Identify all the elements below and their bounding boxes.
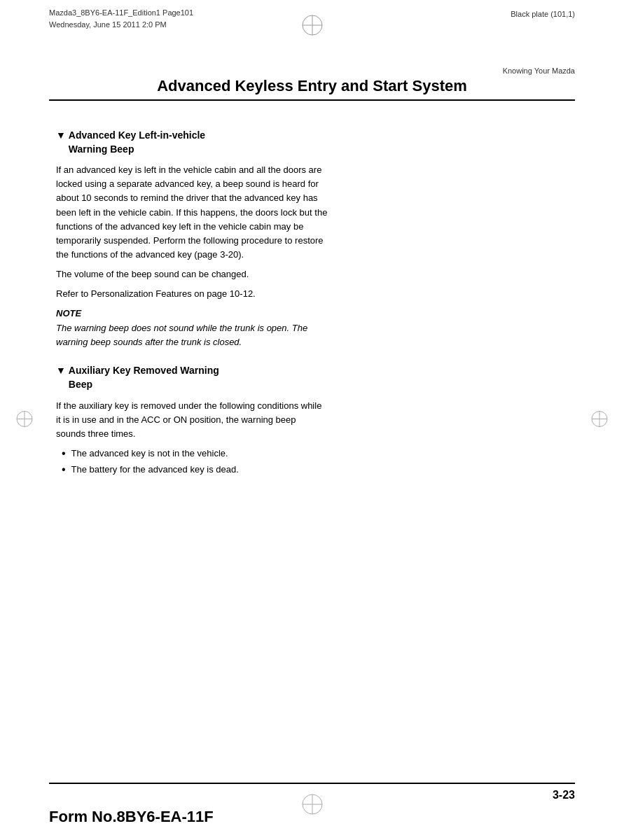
bullet-item-1: • The advanced key is not in the vehicle…	[62, 447, 328, 461]
top-left-text: Mazda3_8BY6-EA-11F_Edition1 Page101 Wedn…	[49, 7, 193, 30]
right-column	[342, 119, 575, 479]
form-number: Form No.8BY6-EA-11F	[49, 808, 214, 826]
section-title-container: Advanced Keyless Entry and Start System	[49, 77, 575, 101]
section2-heading-line2: Beep	[69, 378, 219, 392]
right-margin-registration-mark	[589, 409, 610, 432]
section-meta: Knowing Your Mazda	[503, 66, 575, 75]
footer-line	[49, 783, 575, 784]
section1-heading-line1: Advanced Key Left-in-vehicle	[69, 129, 205, 143]
note-label: NOTE	[56, 308, 328, 318]
top-right-text: Black plate (101,1)	[511, 7, 575, 18]
section1-heading-line2: Warning Beep	[69, 143, 205, 157]
section1-body-paragraph2: The volume of the beep sound can be chan…	[56, 267, 328, 281]
section2-bullet-list: • The advanced key is not in the vehicle…	[62, 447, 328, 477]
section-title: Advanced Keyless Entry and Start System	[49, 77, 575, 95]
title-underline	[49, 99, 575, 101]
top-center-registration-mark	[300, 13, 325, 40]
section2-heading-text: Auxiliary Key Removed Warning Beep	[69, 364, 219, 391]
bottom-center-registration-mark	[300, 792, 325, 819]
section2-body-paragraph1: If the auxiliary key is removed under th…	[56, 399, 328, 441]
bottom-footer: 3-23 Form No.8BY6-EA-11F	[0, 770, 624, 840]
section2-bullet-icon: ▼	[56, 365, 66, 376]
top-left-line2: Wednesday, June 15 2011 2:0 PM	[49, 19, 193, 31]
note-text: The warning beep does not sound while th…	[56, 321, 328, 349]
main-content: ▼ Advanced Key Left-in-vehicle Warning B…	[56, 119, 575, 756]
section2-heading-line1: Auxiliary Key Removed Warning	[69, 364, 219, 378]
bullet-dot-2: •	[62, 463, 66, 477]
content-columns: ▼ Advanced Key Left-in-vehicle Warning B…	[56, 119, 575, 479]
left-margin-registration-mark	[14, 409, 35, 432]
section1-body-paragraph1: If an advanced key is left in the vehicl…	[56, 163, 328, 262]
bullet-text-2: The battery for the advanced key is dead…	[71, 463, 239, 477]
section1-body-paragraph3: Refer to Personalization Features on pag…	[56, 287, 328, 301]
page-number: 3-23	[553, 789, 575, 802]
section1-heading: ▼ Advanced Key Left-in-vehicle Warning B…	[56, 129, 328, 156]
bullet-text-1: The advanced key is not in the vehicle.	[71, 447, 228, 461]
top-left-line1: Mazda3_8BY6-EA-11F_Edition1 Page101	[49, 7, 193, 19]
section2-heading: ▼ Auxiliary Key Removed Warning Beep	[56, 364, 328, 391]
left-column: ▼ Advanced Key Left-in-vehicle Warning B…	[56, 119, 342, 479]
section1-heading-text: Advanced Key Left-in-vehicle Warning Bee…	[69, 129, 205, 156]
bullet-dot-1: •	[62, 447, 66, 461]
bullet-item-2: • The battery for the advanced key is de…	[62, 463, 328, 477]
section1-bullet-icon: ▼	[56, 130, 66, 141]
page-container: Mazda3_8BY6-EA-11F_Edition1 Page101 Wedn…	[0, 0, 624, 840]
